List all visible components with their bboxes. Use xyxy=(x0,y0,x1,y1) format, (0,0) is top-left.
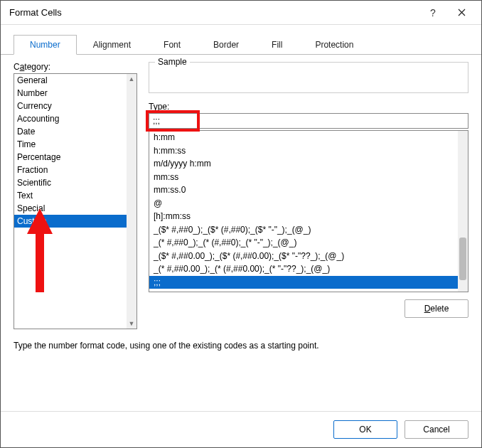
category-section: Category: General Number Currency Accoun… xyxy=(14,62,137,329)
help-button[interactable]: ? xyxy=(419,2,447,23)
category-label: Category: xyxy=(14,62,137,72)
scrollbar[interactable]: ▲ ▼ xyxy=(127,74,136,329)
scroll-down-icon: ▼ xyxy=(129,319,135,329)
type-listbox[interactable]: h:mm h:mm:ss m/d/yyyy h:mm mm:ss mm:ss.0… xyxy=(149,130,468,292)
list-item[interactable]: mm:ss xyxy=(149,171,458,184)
list-item[interactable]: h:mm xyxy=(149,131,458,144)
type-label: Type: xyxy=(149,102,468,112)
list-item[interactable]: _(* #,##0.00_);_(* (#,##0.00);_(* "-"??_… xyxy=(149,262,458,276)
list-item[interactable]: Scientific xyxy=(14,176,127,189)
scrollbar-thumb[interactable] xyxy=(459,238,466,280)
options-section: Sample Type: h:mm h:mm:ss m/d/yyyy h:mm … xyxy=(149,62,468,329)
sample-box: Sample xyxy=(149,62,468,93)
close-button[interactable] xyxy=(447,2,476,23)
ok-button[interactable]: OK xyxy=(333,420,397,439)
list-item[interactable]: [h]:mm:ss xyxy=(149,210,458,223)
list-item[interactable]: Fraction xyxy=(14,164,127,176)
list-item[interactable]: mm:ss.0 xyxy=(149,183,458,197)
list-item[interactable]: Time xyxy=(14,138,127,151)
list-item[interactable]: ;;; xyxy=(149,276,458,289)
category-listbox[interactable]: General Number Currency Accounting Date … xyxy=(14,73,137,329)
list-item[interactable]: Currency xyxy=(14,100,127,112)
list-item[interactable]: Special xyxy=(14,202,127,215)
tab-protection[interactable]: Protection xyxy=(299,35,370,54)
list-item[interactable]: Custom xyxy=(14,215,127,228)
dialog-footer: OK Cancel xyxy=(1,411,481,447)
tab-content: Category: General Number Currency Accoun… xyxy=(1,55,481,411)
scrollbar[interactable] xyxy=(458,131,468,292)
list-item[interactable]: Accounting xyxy=(14,112,127,125)
delete-button[interactable]: Delete xyxy=(405,299,468,318)
tab-border[interactable]: Border xyxy=(197,35,255,54)
scroll-up-icon: ▲ xyxy=(129,74,135,84)
close-icon xyxy=(458,9,466,16)
window-title: Format Cells xyxy=(9,7,419,18)
sample-legend: Sample xyxy=(155,57,190,67)
tab-fill[interactable]: Fill xyxy=(255,35,299,54)
list-item[interactable]: m/d/yyyy h:mm xyxy=(149,157,458,171)
list-item[interactable]: Date xyxy=(14,125,127,138)
list-item[interactable]: Text xyxy=(14,189,127,202)
tab-number[interactable]: Number xyxy=(14,35,77,55)
hint-text: Type the number format code, using one o… xyxy=(14,341,468,351)
format-cells-dialog: Format Cells ? Number Alignment Font Bor… xyxy=(0,0,482,448)
tab-alignment[interactable]: Alignment xyxy=(77,35,147,54)
list-item[interactable]: h:mm:ss xyxy=(149,144,458,158)
list-item[interactable]: _($* #,##0.00_);_($* (#,##0.00);_($* "-"… xyxy=(149,250,458,263)
cancel-button[interactable]: Cancel xyxy=(405,420,468,439)
list-item[interactable]: Percentage xyxy=(14,151,127,164)
list-item[interactable]: General xyxy=(14,74,127,87)
list-item[interactable]: _(* #,##0_);_(* (#,##0);_(* "-"_);_(@_) xyxy=(149,236,458,250)
tab-font[interactable]: Font xyxy=(147,35,197,54)
list-item[interactable]: _($* #,##0_);_($* (#,##0);_($* "-"_);_(@… xyxy=(149,223,458,237)
titlebar: Format Cells ? xyxy=(1,1,481,25)
list-item[interactable]: Number xyxy=(14,87,127,100)
list-item[interactable]: @ xyxy=(149,197,458,210)
type-input[interactable] xyxy=(149,113,468,129)
tab-bar: Number Alignment Font Border Fill Protec… xyxy=(1,25,481,55)
